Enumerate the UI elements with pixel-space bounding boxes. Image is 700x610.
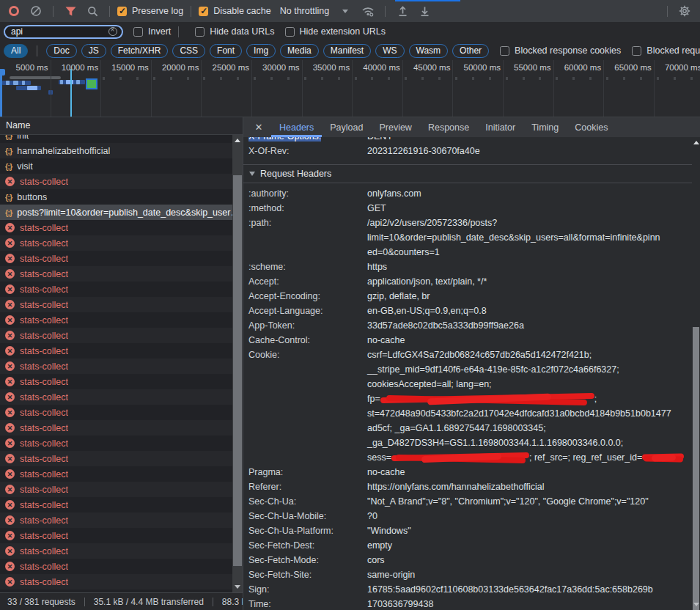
filter-pill-js[interactable]: JS: [81, 44, 106, 58]
filter-input[interactable]: api: [4, 25, 123, 39]
filter-pill-other[interactable]: Other: [452, 44, 489, 58]
checkbox-box[interactable]: [195, 27, 205, 37]
filter-pill-fetch-xhr[interactable]: Fetch/XHR: [111, 44, 169, 58]
tab-preview[interactable]: Preview: [371, 117, 419, 137]
request-row[interactable]: ✕stats-collect: [0, 343, 243, 359]
request-row[interactable]: {;}posts?limit=10&order=publish_date_des…: [0, 205, 243, 220]
checkbox-box[interactable]: [199, 7, 208, 16]
request-row[interactable]: ✕stats-collect: [0, 220, 243, 235]
request-headers-section[interactable]: Request Headers: [243, 164, 700, 183]
request-row[interactable]: ✕stats-collect: [0, 559, 243, 574]
request-row[interactable]: ✕stats-collect: [0, 235, 243, 251]
request-row[interactable]: ✕stats-collect: [0, 420, 243, 436]
request-row[interactable]: ✕stats-collect: [0, 251, 243, 266]
request-row[interactable]: {;}visit: [0, 158, 243, 174]
filter-pill-all[interactable]: All: [4, 44, 28, 58]
search-icon[interactable]: [83, 2, 102, 20]
request-row[interactable]: ✕stats-collect: [0, 497, 243, 512]
checkbox-box[interactable]: [285, 27, 295, 37]
disable-cache-checkbox[interactable]: Disable cache: [199, 6, 271, 16]
checkbox-box[interactable]: [133, 27, 143, 37]
preserve-log-checkbox[interactable]: Preserve log: [117, 6, 183, 16]
network-conditions-icon[interactable]: [358, 2, 377, 20]
request-row[interactable]: {;}buttons: [0, 189, 243, 205]
name-column-header[interactable]: Name: [0, 117, 243, 135]
tab-timing[interactable]: Timing: [523, 117, 567, 137]
request-row[interactable]: ✕stats-collect: [0, 512, 243, 528]
hide-extension-urls-checkbox[interactable]: Hide extension URLs: [285, 26, 386, 37]
timeline-tick: [170, 77, 172, 80]
timeline-tick: [489, 77, 491, 80]
header-value: same-origin: [367, 567, 415, 582]
scroll-down-icon[interactable]: [232, 582, 243, 592]
timeline-overview[interactable]: 5000 ms10000 ms15000 ms20000 ms25000 ms3…: [0, 60, 700, 117]
request-row[interactable]: ✕stats-collect: [0, 282, 243, 297]
filter-row: api Invert Hide data URLs Hide extension…: [0, 22, 700, 41]
checkbox-box[interactable]: [632, 46, 641, 56]
checkbox-box[interactable]: [500, 46, 509, 56]
filter-pill-font[interactable]: Font: [210, 44, 242, 58]
scroll-up-icon[interactable]: [692, 138, 700, 147]
blocked-requests-checkbox[interactable]: Blocked requests: [632, 45, 700, 56]
request-row[interactable]: ✕stats-collect: [0, 482, 243, 497]
request-row[interactable]: ✕stats-collect: [0, 374, 243, 389]
divider: [385, 6, 386, 17]
request-row[interactable]: {;}init: [0, 135, 243, 143]
scrollbar-thumb[interactable]: [693, 327, 699, 610]
request-row[interactable]: ✕stats-collect: [0, 389, 243, 405]
request-row[interactable]: ✕stats-collect: [0, 466, 243, 482]
request-row[interactable]: ✕stats-collect: [0, 174, 243, 189]
request-row[interactable]: ✕stats-collect: [0, 359, 243, 374]
request-row[interactable]: ✕stats-collect: [0, 312, 243, 328]
scroll-up-icon[interactable]: [232, 136, 243, 145]
request-row[interactable]: ✕stats-collect: [0, 405, 243, 420]
header-name: Accept-Language:: [248, 304, 367, 318]
scroll-down-icon[interactable]: [692, 600, 700, 609]
request-list-scrollbar[interactable]: [232, 135, 243, 592]
filter-pill-img[interactable]: Img: [246, 44, 276, 58]
close-details-icon[interactable]: ✕: [251, 122, 267, 133]
invert-checkbox[interactable]: Invert: [133, 26, 171, 37]
tab-cookies[interactable]: Cookies: [567, 117, 616, 137]
clear-filter-icon[interactable]: [108, 27, 117, 36]
request-row[interactable]: ✕stats-collect: [0, 297, 243, 312]
filter-pill-doc[interactable]: Doc: [46, 44, 76, 58]
filter-icon[interactable]: [61, 2, 80, 20]
checkbox-box[interactable]: [117, 7, 127, 16]
filter-pill-media[interactable]: Media: [280, 44, 319, 58]
export-har-icon[interactable]: [415, 2, 434, 20]
filter-pill-css[interactable]: CSS: [172, 44, 205, 58]
timeline-label: 30000 ms: [246, 63, 300, 72]
header-name: X-Frame-Options:: [248, 137, 367, 144]
request-row[interactable]: ✕stats-collect: [0, 543, 243, 559]
request-row[interactable]: ✕stats-collect: [0, 528, 243, 543]
throttling-select[interactable]: No throttling: [280, 6, 329, 16]
settings-gear-icon[interactable]: [675, 2, 694, 20]
chevron-down-icon[interactable]: [342, 10, 348, 13]
request-row[interactable]: ✕stats-collect: [0, 451, 243, 466]
resources-size: 88.3 kB: [222, 597, 243, 607]
import-har-icon[interactable]: [393, 2, 412, 20]
hide-data-urls-checkbox[interactable]: Hide data URLs: [195, 26, 274, 37]
overview-selection-edge[interactable]: [0, 69, 2, 117]
request-row[interactable]: ✕stats-collect: [0, 574, 243, 589]
filter-pill-wasm[interactable]: Wasm: [409, 44, 449, 58]
request-name: stats-collect: [20, 392, 68, 403]
blocked-response-cookies-checkbox[interactable]: Blocked response cookies: [500, 45, 621, 56]
devtools-network-panel: Preserve log Disable cache No throttling: [0, 0, 700, 610]
request-row[interactable]: ✕stats-collect: [0, 266, 243, 282]
record-button[interactable]: [4, 2, 23, 20]
scrollbar-thumb[interactable]: [233, 175, 242, 566]
filter-pill-manifest[interactable]: Manifest: [323, 44, 371, 58]
request-row[interactable]: ✕stats-collect: [0, 328, 243, 343]
tab-initiator[interactable]: Initiator: [477, 117, 523, 137]
filter-pill-ws[interactable]: WS: [375, 44, 404, 58]
tab-headers[interactable]: Headers: [271, 117, 322, 137]
request-row[interactable]: ✕stats-collect: [0, 589, 243, 592]
details-scrollbar[interactable]: [692, 137, 700, 610]
clear-button[interactable]: [26, 2, 45, 20]
tab-payload[interactable]: Payload: [322, 117, 371, 137]
request-row[interactable]: ✕stats-collect: [0, 436, 243, 451]
tab-response[interactable]: Response: [420, 117, 477, 137]
request-row[interactable]: {;}hannahelizabethofficial: [0, 143, 243, 158]
